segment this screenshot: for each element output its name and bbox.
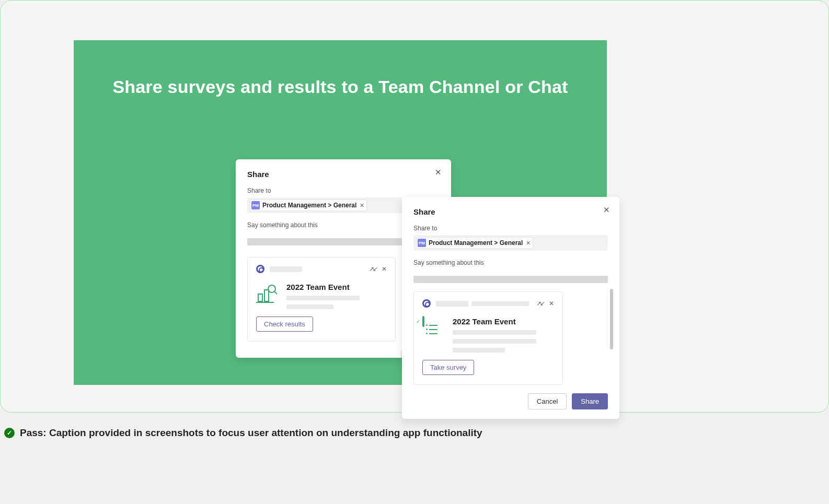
remove-card-icon[interactable]: ✕ xyxy=(549,300,554,307)
placeholder-line xyxy=(286,296,360,300)
placeholder-line xyxy=(436,301,468,307)
svg-line-3 xyxy=(274,291,277,294)
cancel-button[interactable]: Cancel xyxy=(528,393,567,409)
dialog-title: Share xyxy=(247,170,440,179)
close-icon[interactable]: ✕ xyxy=(435,168,442,177)
message-label: Say something about this xyxy=(413,259,608,266)
attachment-card: ↗↙ ✕ 2022 Tea xyxy=(247,257,396,342)
collapse-icon[interactable]: ↗↙ xyxy=(369,265,376,273)
chip-text: Product Management > General xyxy=(262,202,356,209)
remove-chip-icon[interactable]: ✕ xyxy=(526,240,531,247)
card-controls: ↗↙ ✕ xyxy=(369,265,387,273)
svg-rect-1 xyxy=(264,290,269,301)
share-dialog-survey: Share ✕ Share to PM Product Management >… xyxy=(402,197,619,419)
success-example-frame: Share surveys and results to a Team Chan… xyxy=(0,0,829,413)
placeholder-line xyxy=(471,301,529,306)
example-panel: Share surveys and results to a Team Chan… xyxy=(74,40,607,385)
card-header: ↗↙ ✕ xyxy=(256,265,387,273)
dialog-title: Share xyxy=(413,207,608,216)
validation-caption: ✓ Pass: Caption provided in screenshots … xyxy=(4,427,482,439)
collapse-icon[interactable]: ↗↙ xyxy=(536,300,544,307)
card-controls: ↗↙ ✕ xyxy=(536,300,554,307)
channel-chip[interactable]: PM Product Management > General ✕ xyxy=(416,237,533,249)
app-logo-icon xyxy=(256,265,264,273)
dialog-footer: Cancel Share xyxy=(413,385,608,419)
placeholder-line xyxy=(270,266,302,272)
share-to-label: Share to xyxy=(247,187,440,194)
message-input-placeholder[interactable] xyxy=(413,276,608,283)
take-survey-button[interactable]: Take survey xyxy=(422,360,474,375)
card-title: 2022 Team Event xyxy=(453,317,554,326)
panel-headline: Share surveys and results to a Team Chan… xyxy=(112,77,568,97)
team-avatar-icon: PM xyxy=(251,201,260,209)
placeholder-line xyxy=(286,304,333,309)
channel-chip[interactable]: PM Product Management > General ✕ xyxy=(250,200,367,211)
survey-icon xyxy=(422,317,445,338)
placeholder-line xyxy=(453,339,536,344)
placeholder-line xyxy=(453,330,536,335)
scrollbar[interactable] xyxy=(610,289,613,349)
attachment-card: ↗↙ ✕ 2022 Team Event xyxy=(413,291,563,385)
check-results-button[interactable]: Check results xyxy=(256,317,313,332)
card-header: ↗↙ ✕ xyxy=(422,299,554,308)
chip-text: Product Management > General xyxy=(429,239,523,247)
svg-rect-0 xyxy=(258,294,262,301)
team-avatar-icon: PM xyxy=(418,239,426,247)
share-button[interactable]: Share xyxy=(572,393,608,409)
app-logo-icon xyxy=(422,299,431,308)
remove-chip-icon[interactable]: ✕ xyxy=(360,202,364,209)
card-title: 2022 Team Event xyxy=(286,283,387,291)
placeholder-line xyxy=(453,348,505,353)
remove-card-icon[interactable]: ✕ xyxy=(382,265,387,273)
share-to-field[interactable]: PM Product Management > General ✕ xyxy=(413,235,608,251)
share-to-label: Share to xyxy=(413,225,608,232)
caption-text: Pass: Caption provided in screenshots to… xyxy=(20,427,482,439)
pass-check-icon: ✓ xyxy=(4,428,15,438)
chart-icon xyxy=(256,283,279,303)
svg-point-2 xyxy=(268,285,275,292)
close-icon[interactable]: ✕ xyxy=(603,205,610,215)
